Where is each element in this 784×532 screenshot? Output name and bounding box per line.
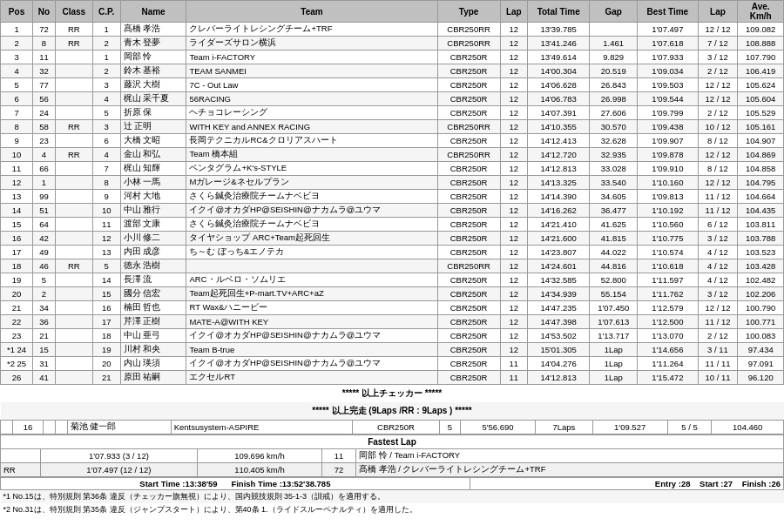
table-row: 20215國分 信宏Team起死回生+P-mart.TV+ARC+aZCBR25… <box>1 287 784 301</box>
table-row: 104RR4金山 和弘Team 橋本組CBR250RR1214'12.72032… <box>1 148 784 162</box>
table-header: Pos No Class C.P. Name Team Type Lap Tot… <box>1 1 784 23</box>
col-pos: Pos <box>1 1 33 23</box>
entry-label: Entry :28 <box>655 479 691 488</box>
table-row: 164212小川 修二タイヤショップ ARC+Team起死回生CBR250R12… <box>1 232 784 246</box>
table-row: 1218小林 一馬Mガレージ&ネセルプランCBR250R1214'13.3253… <box>1 176 784 190</box>
finish-time-label: Finish Time :13:52'38.785 <box>231 479 330 488</box>
start-label: Start :27 <box>700 479 733 488</box>
start-time: Start Time :13:38'59 Finish Time :13:52'… <box>1 478 470 490</box>
table-row: 5773藤沢 大樹7C - Out LawCBR250R1214'06.6282… <box>1 78 784 92</box>
table-row: *1 241519川村 和央Team B-trueCBR250R1215'01.… <box>1 343 784 357</box>
complete-row: ***** 以上完走 (9Laps /RR : 9Laps ) ***** <box>1 402 784 421</box>
fl-name-1: 岡部 怜 / Team i-FACTORY <box>355 449 783 463</box>
col-name: Name <box>120 1 186 23</box>
table-row: 7245折原 保ヘチョコレーシングCBR250R1214'07.39127.60… <box>1 106 784 120</box>
fastest-lap-title: Fastest Lap <box>1 435 784 449</box>
table-row: 11667梶山 知輝ペンタグラム+K's-STYLECBR250R1214'12… <box>1 162 784 176</box>
fl-kmh-1: 109.696 km/h <box>197 449 321 463</box>
col-total: Total Time <box>528 1 590 23</box>
table-row: 3111岡部 怜Team i-FACTORYCBR250R1213'49.614… <box>1 51 784 64</box>
col-no: No <box>33 1 56 23</box>
fl-time-1: 1'07.933 (3 / 12) <box>40 449 197 463</box>
table-row: 145110中山 雅行イクイ@オカダHP@SEISHIN@ナカムラ@ユウマCBR… <box>1 204 784 218</box>
footer-section: Start Time :13:38'59 Finish Time :13:52'… <box>0 477 784 516</box>
start-time-label: Start Time :13:38'59 <box>139 479 217 488</box>
table-row: 6564梶山 采千夏56RACINGCBR250R1214'06.78326.9… <box>1 92 784 106</box>
fl-no-2: 72 <box>321 463 355 477</box>
note-row-2: *2 No.31は、特別規則 第35条 違反（ジャンプスタート）により、第40条… <box>1 503 784 516</box>
col-lap: Lap <box>500 1 527 23</box>
table-row: 223617芹澤 正樹MATE-A@WITH KEYCBR250R1214'47… <box>1 315 784 329</box>
table-row: 232118中山 亜弓イクイ@オカダHP@SEISHIN@ナカムラ@ユウマCBR… <box>1 329 784 343</box>
note-row-1: *1 No.15は、特別規則 第36条 違反（チェッカー旗無視）により、国内競技… <box>1 490 784 504</box>
checker-row: ***** 以上チェッカー ***** <box>1 385 784 402</box>
note-1: *1 No.15は、特別規則 第36条 違反（チェッカー旗無視）により、国内競技… <box>1 490 784 504</box>
col-ave: Ave.Km/h <box>738 1 784 23</box>
table-row: 156411渡部 文康さくら鍼灸治療院チームナベビヨCBR250R1214'21… <box>1 218 784 232</box>
table-row: *2 253120内山 瑛須イクイ@オカダHP@SEISHIN@ナカムラ@ユウマ… <box>1 357 784 371</box>
fastest-lap-header-row: Fastest Lap <box>1 435 784 449</box>
col-gap: Gap <box>590 1 638 23</box>
col-team: Team <box>186 1 437 23</box>
finish-label: Finish :26 <box>742 479 781 488</box>
fl-class-1 <box>1 449 41 463</box>
table-row: 858RR3辻 正明WITH KEY and ANNEX RACINGCBR25… <box>1 120 784 134</box>
fastest-lap-rr-row: RR 1'07.497 (12 / 12) 110.405 km/h 72 髙橋… <box>1 463 784 477</box>
note-2: *2 No.31は、特別規則 第35条 違反（ジャンプスタート）により、第40条… <box>1 503 784 516</box>
col-type: Type <box>437 1 500 23</box>
fl-no-1: 11 <box>321 449 355 463</box>
footer-row: Start Time :13:38'59 Finish Time :13:52'… <box>1 478 784 490</box>
fastest-lap-row: 1'07.933 (3 / 12) 109.696 km/h 11 岡部 怜 /… <box>1 449 784 463</box>
incomplete-data-row: 16菊池 健一郎Kentsusystem-ASPIRECBR250R55'56.… <box>1 421 784 434</box>
fl-kmh-2: 110.405 km/h <box>197 463 321 477</box>
fl-name-2: 髙橋 孝浩 / クレバーライトレシングチーム+TRF <box>355 463 783 477</box>
table-row: 9236大橋 文昭長岡テクニカルRC&クロリアスハートCBR250R1214'1… <box>1 134 784 148</box>
complete-text: ***** 以上完走 (9Laps /RR : 9Laps ) ***** <box>1 402 784 421</box>
col-class: Class <box>55 1 92 23</box>
col-best-lap: Lap <box>698 1 738 23</box>
table-row: 28RR2青木 登夢ライダーズサロン横浜CBR250RR1213'41.2461… <box>1 37 784 51</box>
fl-time-2: 1'07.497 (12 / 12) <box>40 463 197 477</box>
results-table: Pos No Class C.P. Name Team Type Lap Tot… <box>0 0 784 385</box>
table-row: 4322鈴木 基裕TEAM SANMEICBR250R1214'00.30420… <box>1 64 784 78</box>
table-row: 213416楠田 哲也RT Wax&ハニービーCBR250R1214'47.23… <box>1 301 784 315</box>
results-body: 172RR1髙橋 孝浩クレバーライトレシングチーム+TRFCBR250RR121… <box>1 23 784 385</box>
entry-info: Entry :28 Start :27 Finish :26 <box>470 478 783 490</box>
checker-text: ***** 以上チェッカー ***** <box>1 385 784 402</box>
table-row: 264121原田 祐嗣エクセルRTCBR250R1114'12.8131Lap1… <box>1 371 784 385</box>
table-row: 1846RR5徳永 浩樹CBR250RR1214'24.60144.8161'1… <box>1 259 784 273</box>
table-row: 19514長澤 流ARC・ルベロ・ソムリエCBR250R1214'32.5855… <box>1 273 784 287</box>
col-best: Best Time <box>638 1 698 23</box>
col-cp: C.P. <box>92 1 120 23</box>
fastest-lap-section: Fastest Lap 1'07.933 (3 / 12) 109.696 km… <box>0 434 784 477</box>
incomplete-section: ***** 以上チェッカー ***** ***** 以上完走 (9Laps /R… <box>0 385 784 434</box>
fl-class-2: RR <box>1 463 41 477</box>
table-row: 172RR1髙橋 孝浩クレバーライトレシングチーム+TRFCBR250RR121… <box>1 23 784 37</box>
table-row: 13999河村 大地さくら鍼灸治療院チームナベビヨCBR250R1214'14.… <box>1 190 784 204</box>
table-row: 174913内田 成彦ち～む ぼっち&エノテカCBR250R1214'23.80… <box>1 246 784 259</box>
